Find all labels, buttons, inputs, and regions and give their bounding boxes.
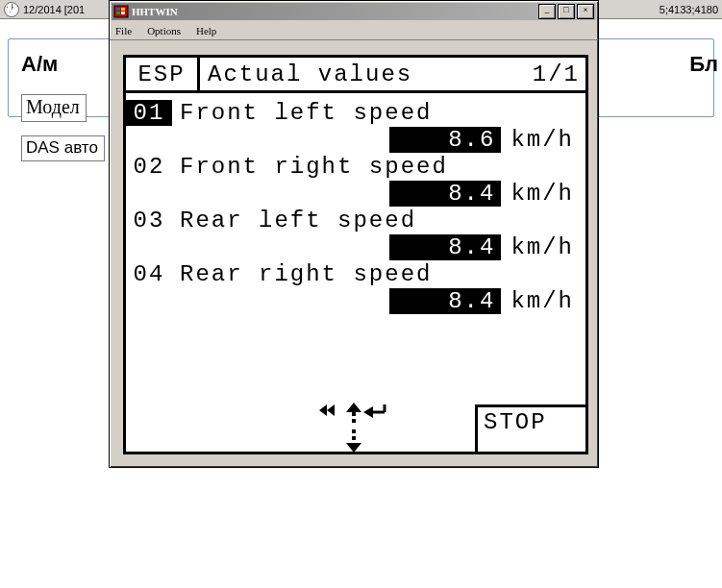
nav-icons[interactable]: [315, 403, 402, 451]
row-label: Front right speed: [180, 154, 448, 180]
row-label: Front left speed: [180, 100, 432, 126]
row-label: Rear right speed: [180, 261, 432, 287]
svg-rect-13: [352, 429, 356, 433]
header-title: Actual values: [200, 58, 512, 90]
window-titlebar[interactable]: HHTWIN _ □ ×: [112, 3, 596, 20]
table-row[interactable]: 04 Rear right speed 8.4 km/h: [126, 260, 580, 314]
row-unit: km/h: [510, 288, 574, 314]
svg-rect-3: [116, 12, 120, 14]
svg-marker-7: [346, 403, 361, 412]
svg-rect-4: [121, 12, 125, 14]
header-esp: ESP: [126, 58, 200, 90]
row-number: 04: [126, 261, 172, 287]
row-value: 8.4: [389, 288, 501, 314]
maximize-button[interactable]: □: [558, 4, 575, 19]
menu-file[interactable]: File: [113, 24, 134, 37]
label-am: А/м: [21, 52, 58, 77]
row-value: 8.4: [389, 234, 501, 260]
stop-button[interactable]: STOP: [475, 404, 588, 454]
model-field[interactable]: Модел: [21, 94, 87, 122]
label-bl: Бл: [689, 52, 718, 77]
titlebar-right-text: 5;4133;4180: [660, 4, 718, 15]
enter-icon: [363, 404, 385, 418]
svg-rect-14: [352, 436, 356, 440]
row-number: 01: [126, 100, 172, 126]
menu-help[interactable]: Help: [194, 24, 218, 37]
hhtwin-window: HHTWIN _ □ × File Options Help ESP Actua…: [109, 0, 599, 468]
row-value: 8.6: [389, 127, 501, 153]
row-unit: km/h: [510, 127, 574, 153]
down-icon: [346, 429, 361, 453]
app-icon: [113, 5, 129, 18]
close-button[interactable]: ×: [577, 4, 594, 19]
row-number: 02: [126, 154, 172, 180]
row-unit: km/h: [510, 181, 574, 207]
svg-marker-6: [327, 404, 335, 416]
table-row[interactable]: 03 Rear left speed 8.4 km/h: [126, 207, 580, 260]
window-menubar: File Options Help: [110, 22, 598, 40]
back-icon: [319, 404, 335, 416]
screen-footer: STOP: [123, 401, 588, 454]
mercedes-icon: [4, 2, 19, 17]
window-title-text: HHTWIN: [132, 6, 178, 17]
row-number: 03: [126, 208, 172, 233]
svg-marker-15: [346, 443, 361, 453]
row-unit: km/h: [510, 234, 574, 260]
screen-header: ESP Actual values 1/1: [126, 58, 585, 93]
header-page: 1/1: [512, 58, 585, 90]
row-value: 8.4: [389, 181, 501, 207]
row-label: Rear left speed: [180, 208, 416, 233]
terminal-screen: ESP Actual values 1/1 01 Front left spee…: [123, 55, 588, 454]
table-row[interactable]: 01 Front left speed 8.6 km/h: [126, 99, 580, 153]
up-icon: [346, 403, 361, 423]
svg-marker-5: [319, 404, 327, 416]
minimize-button[interactable]: _: [538, 4, 556, 19]
menu-options[interactable]: Options: [145, 24, 183, 37]
das-field[interactable]: DAS авто: [21, 135, 105, 161]
value-rows: 01 Front left speed 8.6 km/h 02 Front ri…: [126, 93, 585, 314]
svg-rect-1: [116, 8, 120, 11]
svg-rect-8: [352, 412, 356, 416]
svg-rect-2: [121, 8, 125, 11]
svg-marker-12: [363, 406, 373, 418]
svg-rect-9: [352, 419, 356, 423]
table-row[interactable]: 02 Front right speed 8.4 km/h: [126, 153, 580, 207]
titlebar-left-text: 12/2014 [201: [23, 4, 85, 15]
